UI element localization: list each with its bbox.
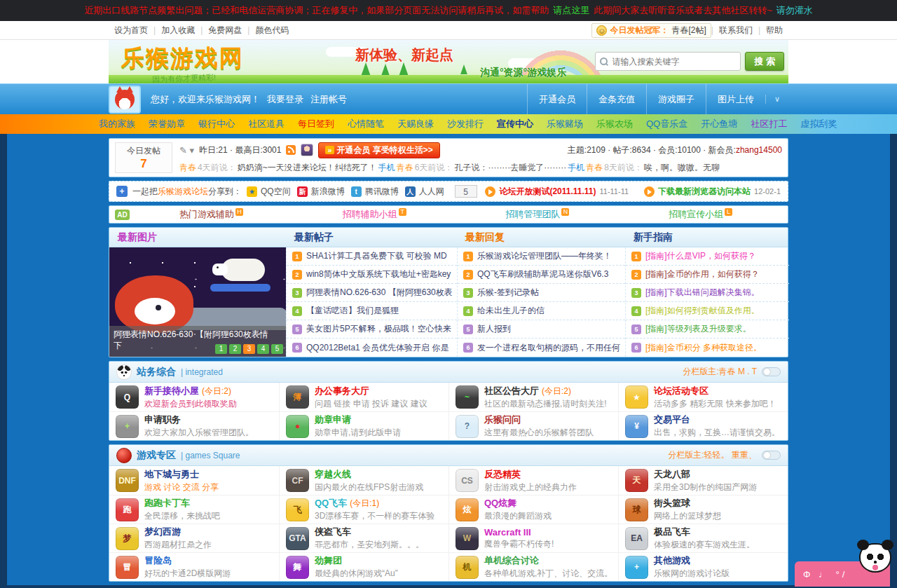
shout-username[interactable]: 青春 [586, 162, 603, 174]
quickbar-link[interactable]: 联系我们 [713, 25, 758, 35]
nav-item[interactable]: 宣传中心 [497, 118, 533, 130]
guide-link[interactable]: [指南]金币积分 多种获取途径。 [645, 342, 762, 354]
page-button[interactable]: 2 [229, 344, 241, 354]
reply-link[interactable]: 给未出生儿子的信 [477, 305, 545, 317]
forum-link[interactable]: 极品飞车 [654, 526, 690, 537]
forum-link[interactable]: 办公事务大厅 [315, 385, 369, 396]
collapse-toggle[interactable] [762, 451, 781, 460]
nav-item[interactable]: 天赐良缘 [397, 118, 434, 130]
post-link[interactable]: win8简体中文版系统下载地址+密匙key [306, 268, 451, 280]
userbar-link[interactable]: 金条充值 [587, 84, 646, 114]
ad-link[interactable]: 招聘管理团队N [505, 209, 569, 219]
rss-icon[interactable] [286, 145, 296, 155]
forum-link[interactable]: 穿越火线 [315, 469, 351, 479]
userbar-link[interactable]: 图片上传 [706, 84, 765, 114]
ad-link[interactable]: 招聘宣传小组L [669, 209, 732, 219]
quickbar-link[interactable]: 免费网盘 [203, 25, 247, 35]
share-target-link[interactable]: 腾讯微博 [365, 186, 399, 198]
share-target-link[interactable]: QQ空间 [261, 186, 291, 198]
forum-link[interactable]: 新手接待小屋 [144, 385, 199, 396]
notice-nospam-link[interactable]: 请勿灌水 [776, 4, 813, 17]
page-button[interactable]: 5 [271, 344, 283, 354]
guide-link[interactable]: [指南]如何得到贡献值及作用。 [645, 305, 760, 317]
share-target-link[interactable]: 人人网 [419, 186, 444, 198]
userbar-link[interactable]: 游戏圈子 [646, 84, 706, 114]
forum-link[interactable]: 冒险岛 [144, 555, 172, 566]
vip-button[interactable]: » 开通会员 享受特权生活>> [318, 142, 439, 158]
nav-item[interactable]: 乐猴赌场 [547, 118, 583, 130]
post-link[interactable]: 阿狸表情NO.626-630 【附阿狸630枚表 [306, 287, 453, 299]
forum-link[interactable]: 其他游戏 [654, 555, 690, 566]
chevron-down-icon[interactable]: ∨ [765, 95, 788, 104]
post-link[interactable]: 美女图片5P不解释，极品哦！空心快来 [306, 323, 451, 335]
nav-item[interactable]: 虚拟刮奖 [800, 118, 837, 130]
champion-link[interactable]: 青春[2帖] [671, 25, 706, 36]
forum-link[interactable]: QQ炫舞 [484, 498, 516, 508]
forum-link[interactable]: 单机综合讨论 [484, 555, 539, 566]
forum-link[interactable]: 勋章申请 [315, 414, 351, 425]
reply-link[interactable]: 新人报到 [477, 323, 511, 335]
forum-link[interactable]: 乐猴问问 [484, 414, 521, 425]
site-logo[interactable]: 乐猴游戏网 [121, 43, 244, 74]
nav-item[interactable]: 乐猴农场 [596, 118, 633, 130]
nav-item[interactable]: 开心鱼塘 [701, 118, 737, 130]
forum-link[interactable]: QQ飞车 [315, 498, 347, 508]
forum-link[interactable]: 梦幻西游 [144, 526, 181, 537]
forum-link[interactable]: 交易平台 [654, 414, 690, 425]
nav-item[interactable]: QQ音乐盒 [646, 118, 687, 130]
chat-widget[interactable]: ♥ Φ ♩ °/ [779, 554, 890, 587]
reply-link[interactable]: 乐猴游戏论坛管理团队——年终奖！ [477, 250, 612, 262]
nav-item[interactable]: 心情随笔 [348, 118, 384, 130]
shout-text[interactable]: 手机 [378, 162, 395, 174]
quickbar-link[interactable]: 颜色代码 [249, 25, 294, 35]
section-moderators[interactable]: 分栏版主:轻轻。 重重、 [668, 449, 757, 461]
login-link[interactable]: 我要登录 [267, 93, 303, 106]
shout-text[interactable]: 手机 [568, 162, 584, 174]
section-title[interactable]: 站务综合 [137, 366, 176, 378]
forum-link[interactable]: 地下城与勇士 [144, 469, 199, 479]
forum-link[interactable]: Warcraft III [484, 527, 531, 538]
forum-link[interactable]: 反恐精英 [484, 469, 521, 479]
nav-item[interactable]: 银行中心 [198, 118, 235, 130]
page-button[interactable]: 3 [243, 344, 255, 354]
guide-link[interactable]: [指南]下载出错问题解决集锦。 [645, 287, 760, 299]
latest-image-thumbnail[interactable]: 阿狸表情NO.626-630 【附阿狸630枚表情 下 12345 [109, 247, 286, 357]
shout-username[interactable]: 青春 [179, 162, 196, 174]
quickbar-link[interactable]: 帮助 [760, 25, 788, 35]
ad-link[interactable]: 招聘辅助小组T [343, 209, 406, 219]
search-input[interactable] [612, 57, 736, 67]
page-button[interactable]: 4 [257, 344, 269, 354]
guide-link[interactable]: [指南]金币的作用，如何获得？ [645, 268, 760, 280]
section-moderators[interactable]: 分栏版主:青春 M . T [683, 366, 757, 378]
post-link[interactable]: QQ2012Beta1 会员优先体验开启 你是 [306, 342, 448, 354]
user-avatar[interactable] [109, 86, 141, 114]
reply-link[interactable]: 发一个进程名取句柄的源码，不用任何 [477, 342, 620, 354]
forum-link[interactable]: 跑跑卡丁车 [144, 498, 190, 508]
forum-link[interactable]: 街头篮球 [654, 498, 690, 508]
notice-help-link[interactable]: 请点这里 [553, 4, 589, 17]
search-button[interactable]: 搜 索 [745, 52, 784, 71]
forum-link[interactable]: 申请职务 [144, 414, 181, 425]
nav-item[interactable]: 社区打工 [751, 118, 787, 130]
nav-item[interactable]: 我的家族 [99, 118, 135, 130]
reply-link[interactable]: QQ飞车刷级辅助草泥马迷你版V6.3 [477, 268, 608, 280]
edit-icon[interactable]: ✎ ▾ [179, 145, 194, 156]
nav-item[interactable]: 社区道具 [248, 118, 285, 130]
register-link[interactable]: 注册帐号 [310, 93, 347, 106]
share-target-link[interactable]: 新浪微博 [311, 186, 345, 198]
forum-link[interactable]: 天龙八部 [654, 469, 690, 479]
guide-link[interactable]: [指南]等级列表及升级要求。 [645, 323, 751, 335]
announcement-link[interactable]: 下载最新浏览器访问本站 [658, 186, 751, 198]
ad-link[interactable]: 热门游戏辅助H [179, 209, 243, 219]
mini-avatar[interactable] [301, 144, 313, 156]
nav-item[interactable]: 荣誉勋章 [149, 118, 185, 130]
collapse-toggle[interactable] [762, 367, 781, 376]
forum-link[interactable]: 侠盗飞车 [315, 526, 351, 537]
post-link[interactable]: SHA1计算工具器免费下载 可校验 MD [306, 250, 447, 262]
shout-username[interactable]: 青春 [397, 162, 413, 174]
reply-link[interactable]: 乐猴-签到记录帖 [477, 287, 539, 299]
page-button[interactable]: 1 [215, 344, 227, 354]
forum-link[interactable]: 论坛活动专区 [654, 385, 708, 396]
forum-link[interactable]: 社区公告大厅 [484, 385, 539, 396]
announcement-link[interactable]: 论坛开放测试(2011.11.11) [499, 186, 596, 198]
